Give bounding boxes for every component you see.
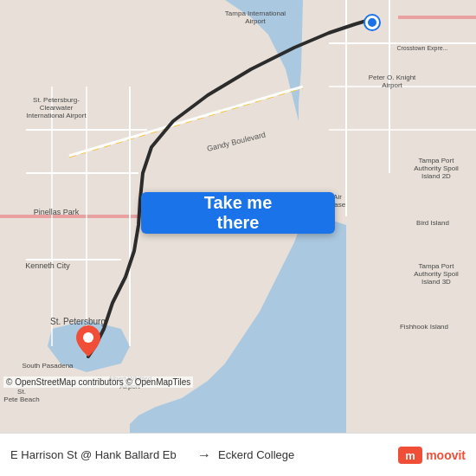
svg-text:Peter O. Knight: Peter O. Knight	[369, 74, 416, 81]
moovit-logo: m moovit	[398, 447, 466, 464]
svg-text:Tampa Port: Tampa Port	[419, 262, 455, 270]
svg-text:Authority Spoil: Authority Spoil	[414, 270, 459, 278]
origin-marker	[76, 325, 100, 357]
svg-text:Bird Island: Bird Island	[416, 219, 449, 227]
svg-point-28	[83, 332, 93, 343]
route-to: Eckerd College	[218, 448, 398, 461]
destination-marker	[365, 16, 379, 29]
svg-text:Crosstown Expre...: Crosstown Expre...	[396, 45, 447, 52]
map-attribution: © OpenStreetMap contributors © OpenMapTi…	[3, 376, 193, 388]
svg-text:Pinellas Park: Pinellas Park	[34, 208, 80, 216]
route-arrow-icon: →	[197, 447, 211, 463]
svg-text:Pete Beach: Pete Beach	[3, 396, 39, 403]
take-me-there-button[interactable]: Take me there	[141, 192, 335, 234]
svg-text:South Pasadena: South Pasadena	[22, 362, 74, 370]
svg-text:Tampa International: Tampa International	[225, 10, 286, 17]
map-container: Tampa International Airport Crosstown Ex…	[0, 0, 476, 433]
svg-text:Tampa Port: Tampa Port	[419, 157, 455, 164]
moovit-brand-text: moovit	[426, 448, 466, 462]
svg-text:Airport: Airport	[245, 17, 266, 25]
svg-text:Island 3D: Island 3D	[421, 278, 451, 286]
route-from: E Harrison St @ Hank Ballard Eb	[10, 448, 190, 461]
svg-text:Authority Spoil: Authority Spoil	[414, 164, 459, 172]
svg-text:Fishhook Island: Fishhook Island	[400, 323, 448, 331]
svg-text:Airport: Airport	[382, 81, 402, 89]
bottom-bar: E Harrison St @ Hank Ballard Eb → Eckerd…	[0, 433, 476, 476]
svg-text:Kenneth City: Kenneth City	[25, 261, 70, 270]
svg-text:Island 2D: Island 2D	[421, 172, 451, 180]
svg-text:St. Petersburg-: St. Petersburg-	[33, 96, 80, 104]
svg-text:International Airport: International Airport	[26, 112, 87, 119]
svg-text:m: m	[405, 449, 415, 462]
svg-text:Clearwater: Clearwater	[40, 104, 74, 112]
svg-text:St.: St.	[17, 388, 26, 396]
